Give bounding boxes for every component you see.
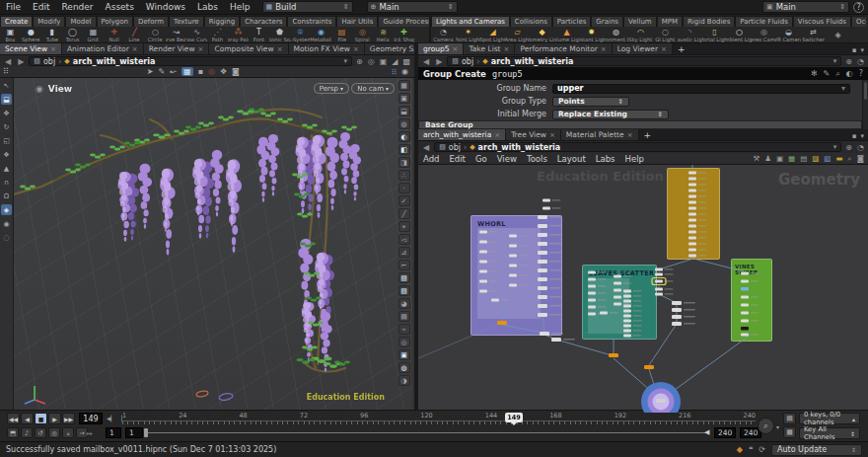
display-option-icon[interactable]: ▣ — [398, 93, 410, 104]
auto-update-selector[interactable]: Auto Update⇕ — [771, 444, 862, 456]
playbar-option-icon[interactable]: ♪ — [21, 427, 33, 438]
chevron-down-icon[interactable]: ▾ — [833, 57, 837, 65]
display-option-icon[interactable]: ◑ — [398, 375, 410, 386]
shelf-tab[interactable]: Texture — [169, 16, 204, 27]
flag-blue-icon[interactable]: ▧ — [824, 154, 831, 164]
shelf-tool[interactable]: ◝ Caustic Light — [678, 27, 702, 43]
split-icon[interactable]: ⁝⁝ — [392, 67, 397, 76]
viewport-tool-icon[interactable]: ∩ — [1, 177, 12, 188]
display-option-icon[interactable]: ⬓ — [398, 106, 410, 116]
display-option-icon[interactable]: ⌐ — [398, 260, 410, 270]
range-end-field[interactable]: 240 — [714, 427, 736, 438]
list-view-icon[interactable]: ▤ — [800, 154, 807, 164]
pane-tab[interactable]: Performance Monitor× — [515, 43, 612, 54]
pane-tab[interactable]: Log Viewer× — [613, 43, 673, 54]
range-slider[interactable] — [146, 432, 708, 433]
close-icon[interactable]: × — [50, 45, 56, 53]
range-substart-field[interactable]: 1 — [125, 427, 143, 438]
shelf-tool[interactable]: ● Sphere — [21, 27, 41, 43]
base-group-section[interactable]: Base Group — [418, 120, 862, 129]
panel-icon[interactable]: ▩ — [401, 57, 411, 66]
shelf-tab[interactable]: Particles — [552, 16, 592, 27]
shelf-tool[interactable]: ⁂ Spray Paint — [228, 27, 249, 43]
network-menu-item[interactable]: Tools — [522, 154, 552, 164]
add-pane-tab-icon[interactable]: + — [673, 44, 690, 54]
back-icon[interactable]: ◀ — [421, 57, 431, 66]
shelf-tool[interactable]: ╱ Line — [124, 27, 145, 43]
menu-item[interactable]: Render — [56, 2, 100, 12]
display-option-icon[interactable]: ∴ — [398, 170, 410, 181]
grid-handle-icon[interactable]: ⠿ — [3, 67, 9, 76]
display-option-icon[interactable]: ╱ — [398, 208, 410, 219]
persp-selector[interactable]: Persp▾ — [314, 83, 349, 94]
zoom-network-icon[interactable]: ⌕ — [848, 154, 852, 164]
viewport-tool-icon[interactable]: ❖ — [1, 149, 12, 160]
shelf-tab[interactable]: Rigging — [204, 16, 241, 27]
display-option-icon[interactable]: ◍ — [398, 362, 410, 373]
node-name-field[interactable]: group5 — [492, 69, 523, 79]
pane-tab[interactable]: Animation Editor× — [62, 43, 144, 54]
viewport-help-icon[interactable]: ◉ — [401, 67, 408, 76]
shelf-tool[interactable]: ◯ Torus — [62, 27, 83, 43]
display-option-icon[interactable]: ◧ — [398, 144, 410, 155]
display-option-icon[interactable]: ✓ — [398, 195, 410, 206]
snapshot-icon[interactable]: ▣ — [379, 57, 389, 66]
network-box-leaves-scatter[interactable]: LEAVES SCATTER — [582, 265, 657, 340]
close-icon[interactable]: × — [549, 131, 555, 139]
viewport-tool-icon[interactable]: ✥ — [1, 108, 12, 118]
playbar-option-icon[interactable]: ⬒ — [7, 427, 19, 438]
viewport-tool-icon[interactable]: ◱ — [1, 135, 12, 146]
network-box-vines-sweep[interactable]: VINES SWEEP — [731, 259, 772, 342]
pane-maximize-icon[interactable]: ▪ — [852, 132, 857, 140]
display-option-icon[interactable]: ◍ — [398, 118, 410, 129]
info-icon[interactable]: ◐ — [846, 69, 853, 79]
message-bubble-icon[interactable]: ❝ — [749, 445, 753, 454]
network-menu-item[interactable]: Help — [620, 154, 649, 164]
pose-icon[interactable]: ❖ — [220, 67, 227, 76]
shelf-tab[interactable]: Characters — [240, 16, 287, 27]
network-menu-item[interactable]: Edit — [444, 154, 470, 164]
back-icon[interactable]: ◀ — [421, 143, 431, 152]
close-icon[interactable]: × — [198, 45, 204, 53]
shelf-tab[interactable]: Model — [65, 16, 96, 27]
shelf-tool[interactable]: ⋰ Path — [207, 27, 228, 43]
display-option-icon[interactable]: ◕ — [398, 298, 410, 309]
transport-button[interactable]: ◀◀ — [7, 413, 20, 424]
viewport-tool-icon[interactable]: ▲ — [1, 163, 12, 174]
gear-icon[interactable]: ✻ — [811, 69, 818, 79]
shelf-tool[interactable]: ▯ Portal Light — [702, 27, 727, 43]
display-option-icon[interactable]: ▦ — [398, 80, 410, 91]
playbar-option-icon[interactable]: ⁎ — [62, 427, 74, 438]
playbar-option-icon[interactable]: ↺ — [35, 427, 46, 438]
viewport-tool-icon[interactable]: Ω — [1, 190, 12, 201]
shelf-tab[interactable]: Viscous Fluids — [793, 16, 851, 27]
pane-tab[interactable]: Motion FX View× — [289, 43, 365, 54]
menu-item[interactable]: Windows — [140, 2, 191, 12]
shelf-tool[interactable]: T Font — [249, 27, 269, 43]
network-menu-item[interactable]: Labs — [591, 154, 620, 164]
shelf-tool[interactable]: ▲ Volume Light — [554, 27, 579, 43]
close-icon[interactable]: × — [494, 131, 500, 139]
close-icon[interactable]: × — [132, 45, 138, 53]
shelf-tab[interactable]: Constraints — [287, 16, 336, 27]
transport-button[interactable]: ▶ — [48, 413, 61, 424]
display-option-icon[interactable]: ◅ — [398, 234, 410, 245]
transport-button[interactable]: ▶▶ — [62, 413, 75, 424]
shelf-tab[interactable]: Lights and Cameras — [431, 16, 510, 27]
shelf-tool[interactable]: ◠ Sky Light — [628, 27, 653, 43]
square-icon[interactable]: ▣ — [776, 154, 783, 164]
shelf-tool[interactable]: ◢ Spot Light — [480, 27, 505, 43]
range-prev-icon[interactable]: ▸▸ — [87, 429, 93, 436]
shelf-tool[interactable]: ○ Circle — [145, 27, 166, 43]
shelf-tool[interactable]: ⇄ Switcher — [801, 27, 826, 43]
pane-tab[interactable]: arch_with_wisteria× — [418, 129, 506, 140]
shelf-tab[interactable]: Deform — [133, 16, 169, 27]
shelf-tool[interactable]: ◍ Environment Light — [604, 27, 628, 43]
menu-item[interactable]: File — [0, 2, 27, 12]
shelf-tool[interactable]: ◉ Metaball — [311, 27, 331, 43]
display-option-icon[interactable]: ⊿ — [398, 247, 410, 258]
shelf-tool[interactable]: ✛ Null — [104, 27, 124, 43]
shelf-tool[interactable]: ❊ L-System — [290, 27, 311, 43]
flag-icon[interactable]: ◢ — [391, 57, 398, 66]
shelf-tool[interactable]: ◒ VR Camera — [776, 27, 801, 43]
